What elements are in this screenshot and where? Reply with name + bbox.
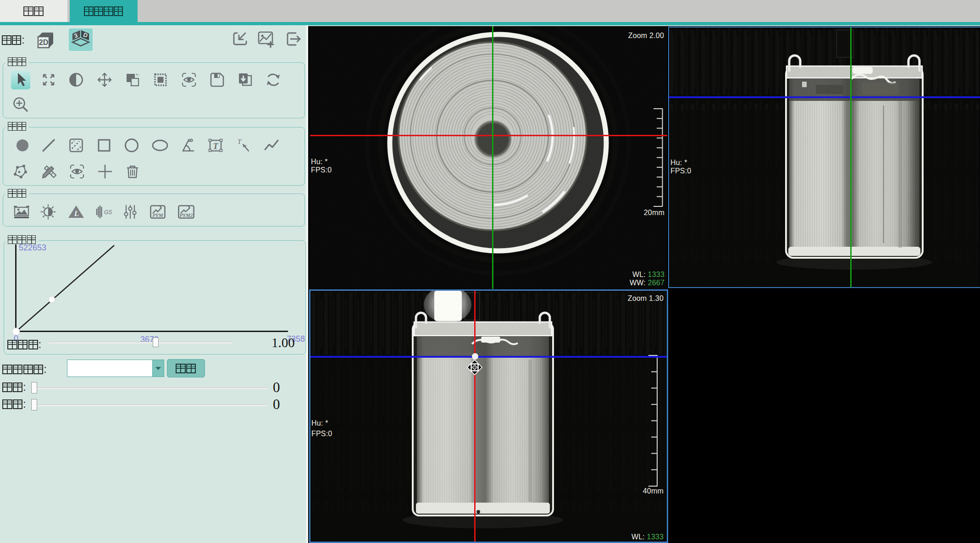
svg-text:2D: 2D [39, 39, 48, 46]
svg-text:T: T [213, 141, 219, 151]
svg-text:PYM2: PYM2 [180, 212, 193, 218]
svg-text:GS: GS [104, 209, 112, 216]
svg-text:L: L [74, 209, 79, 218]
svg-text:T: T [238, 138, 242, 145]
svg-text:PYM: PYM [152, 212, 163, 218]
